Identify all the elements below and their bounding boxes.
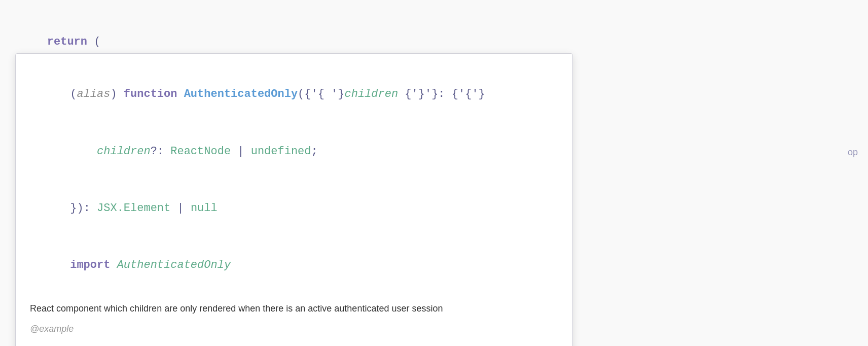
editor-area: return ( <AuthenticatedOnly> (alias) fun… <box>0 0 868 346</box>
return-keyword: return <box>47 36 87 48</box>
tooltip-sig-line3: }): JSX.Element | null <box>30 180 558 236</box>
tooltip-example-code: <AuthenticatedOnly> <box>30 340 558 346</box>
tooltip-popup: (alias) function AuthenticatedOnly({'{ '… <box>15 53 573 346</box>
open-paren: ( <box>87 36 100 48</box>
tooltip-sig-line1: (alias) function AuthenticatedOnly({'{ '… <box>30 66 558 123</box>
tooltip-sig-line2: children?: ReactNode | undefined; <box>30 123 558 180</box>
right-hint-op: op <box>848 147 858 158</box>
tooltip-import-line: import AuthenticatedOnly <box>30 237 558 294</box>
tooltip-example-label: @example <box>30 324 558 334</box>
tooltip-description: React component which children are only … <box>30 302 558 316</box>
